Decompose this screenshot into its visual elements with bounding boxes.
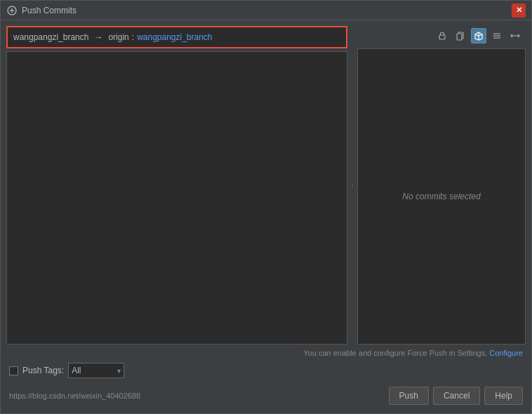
no-commits-label: No commits selected: [402, 192, 480, 201]
title-bar-left: Push Commits: [6, 5, 77, 16]
title-bar: Push Commits ✕: [1, 1, 531, 20]
window-title: Push Commits: [22, 6, 77, 15]
remote-label: origin: [108, 32, 128, 42]
app-icon: [6, 5, 18, 16]
tags-dropdown[interactable]: All ▾: [68, 363, 124, 378]
action-buttons-row: https://blog.csdn.net/weixin_40402688 Pu…: [6, 384, 526, 408]
local-branch-name: wangpangzi_branch: [13, 32, 88, 42]
push-button[interactable]: Push: [389, 387, 429, 405]
commits-list: [6, 51, 347, 345]
footer-url: https://blog.csdn.net/weixin_40402688: [9, 392, 140, 400]
branch-selector[interactable]: wangpangzi_branch → origin : wangpangzi_…: [6, 26, 347, 48]
divider-dots: · · ·: [349, 184, 357, 187]
copy-toolbar-btn[interactable]: [453, 28, 468, 44]
commit-detail-area: No commits selected: [357, 48, 526, 345]
close-button[interactable]: ✕: [512, 4, 526, 18]
right-toolbar: [357, 26, 526, 46]
svg-rect-1: [439, 35, 445, 39]
panel-divider: · · ·: [350, 26, 354, 345]
cancel-button[interactable]: Cancel: [433, 387, 480, 405]
lock-toolbar-btn[interactable]: [434, 28, 450, 44]
settings-info-bar: You can enable and configure Force Push …: [6, 349, 526, 357]
dropdown-arrow-icon: ▾: [117, 367, 121, 375]
push-commits-window: Push Commits ✕ wangpangzi_branch → origi…: [0, 0, 532, 414]
tags-dropdown-value: All: [72, 366, 114, 375]
settings-info-text: You can enable and configure Force Push …: [303, 349, 487, 357]
remote-branch-name: wangpangzi_branch: [137, 32, 212, 42]
configure-link[interactable]: Configure: [489, 349, 523, 357]
list-toolbar-btn[interactable]: [489, 28, 505, 44]
left-panel: wangpangzi_branch → origin : wangpangzi_…: [6, 26, 347, 345]
push-tags-checkbox[interactable]: [9, 366, 18, 375]
window-body: wangpangzi_branch → origin : wangpangzi_…: [1, 20, 531, 413]
push-tags-label: Push Tags:: [22, 366, 64, 375]
right-panel: No commits selected: [357, 26, 526, 345]
box-toolbar-btn[interactable]: [471, 28, 486, 44]
bottom-bar: You can enable and configure Force Push …: [6, 349, 526, 408]
colon-separator: :: [132, 32, 134, 42]
compare-toolbar-btn[interactable]: [507, 28, 523, 44]
push-tags-row: Push Tags: All ▾: [6, 361, 526, 380]
main-panel: wangpangzi_branch → origin : wangpangzi_…: [6, 26, 526, 345]
branch-arrow: →: [94, 32, 102, 42]
svg-rect-3: [457, 34, 462, 40]
help-button[interactable]: Help: [484, 387, 523, 405]
